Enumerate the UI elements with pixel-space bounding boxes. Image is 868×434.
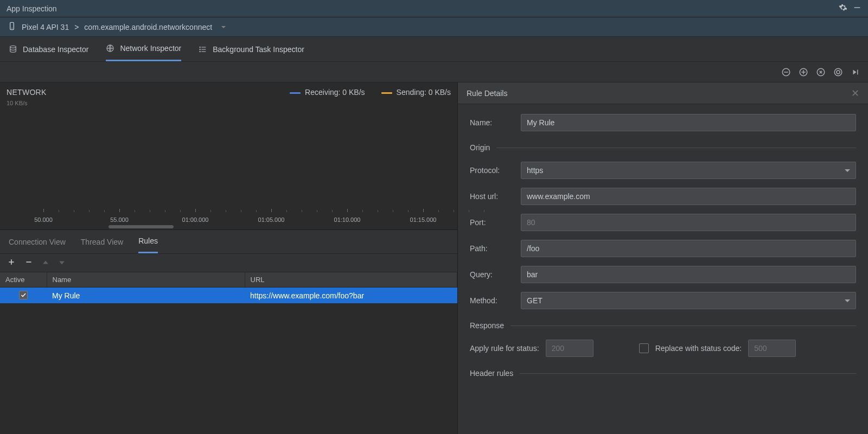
replace-status-label: Replace with status code: [655,344,742,353]
toolbar [0,62,868,82]
name-label: Name: [470,118,513,127]
protocol-select[interactable]: https [521,162,856,179]
protocol-label: Protocol: [470,166,513,175]
tab-database-inspector[interactable]: Database Inspector [9,37,88,61]
tick-label: 01:15.000 [410,216,437,223]
name-input[interactable] [521,114,856,131]
bottom-tabs: Connection View Thread View Rules [0,230,457,254]
zoom-in-icon[interactable] [799,67,808,77]
host-input[interactable] [521,188,856,205]
chart-y-label: 10 KB/s [0,100,457,106]
move-up-button [42,259,49,267]
database-icon [9,45,17,54]
tick-label: 55.000 [110,216,129,223]
replace-status-checkbox[interactable] [639,343,649,353]
rule-details-title: Rule Details [467,89,507,98]
tick-label: 50.000 [34,216,53,223]
svg-point-18 [837,71,840,74]
panel-title: App Inspection [7,4,839,13]
chevron-down-icon [845,299,850,302]
chart-timeline[interactable]: 50.00055.00001:00.00001:05.00001:10.0000… [0,201,457,229]
tick-label: 01:10.000 [334,216,361,223]
tab-label: Network Inspector [120,44,181,53]
apply-status-input[interactable] [546,340,593,357]
row-name: My Rule [47,288,245,304]
query-label: Query: [470,270,513,279]
rules-toolbar [0,254,457,272]
chevron-down-icon [845,169,850,172]
col-active[interactable]: Active [0,272,47,288]
close-icon[interactable]: ✕ [851,87,859,99]
active-checkbox[interactable] [19,291,28,299]
tab-label: Database Inspector [23,45,88,54]
chart-title: NETWORK [7,88,47,97]
header-rules-section-label: Header rules [470,369,513,378]
fit-zoom-icon[interactable] [833,67,843,77]
titlebar: App Inspection [0,0,868,17]
svg-rect-1 [10,22,14,29]
path-input[interactable] [521,240,856,257]
svg-point-10 [200,51,200,52]
method-select[interactable]: GET [521,292,856,309]
tab-background-task-inspector[interactable]: Background Task Inspector [199,37,304,61]
svg-point-3 [10,46,16,48]
go-to-end-icon[interactable] [851,67,860,77]
list-icon [199,45,207,54]
host-label: Host url: [470,192,513,201]
tick-label: 01:00.000 [182,216,209,223]
chart-legend: Receiving: 0 KB/s Sending: 0 KB/s [290,88,451,97]
svg-rect-19 [857,69,858,74]
rule-details-panel: Rule Details ✕ Name: Origin Protocol: ht… [458,82,868,434]
breadcrumb-app: com.example.android.networkconnect [84,23,212,31]
response-section-label: Response [470,321,504,330]
tab-thread-view[interactable]: Thread View [81,230,123,253]
reset-zoom-icon[interactable] [816,67,826,77]
port-input[interactable] [521,214,856,231]
rules-table: Active Name URL My Rule https://www.exa [0,272,457,434]
origin-section-label: Origin [470,143,490,152]
tab-rules[interactable]: Rules [138,230,158,253]
apply-status-label: Apply rule for status: [470,344,539,353]
breadcrumb-dropdown-icon[interactable] [221,23,226,31]
col-url[interactable]: URL [245,272,457,288]
add-rule-button[interactable] [8,258,15,267]
zoom-out-icon[interactable] [781,67,791,77]
tab-connection-view[interactable]: Connection View [9,230,66,253]
tab-label: Background Task Inspector [213,45,304,54]
table-row[interactable]: My Rule https://www.example.com/foo?bar [0,288,457,304]
timeline-scrollbar[interactable] [108,225,174,228]
left-pane: NETWORK Receiving: 0 KB/s Sending: 0 KB/… [0,82,458,434]
gear-icon[interactable] [839,3,847,14]
breadcrumb-device: Pixel 4 API 31 [22,23,69,31]
legend-sending: Sending: 0 KB/s [381,88,451,97]
legend-receiving: Receiving: 0 KB/s [290,88,365,97]
col-name[interactable]: Name [47,272,245,288]
remove-rule-button[interactable] [25,258,33,267]
move-down-button [59,259,65,267]
svg-point-8 [200,47,200,47]
breadcrumb-sep: > [74,23,79,31]
port-label: Port: [470,218,513,227]
tab-network-inspector[interactable]: Network Inspector [106,37,181,61]
network-chart: NETWORK Receiving: 0 KB/s Sending: 0 KB/… [0,82,457,230]
replace-status-input[interactable] [748,340,796,357]
row-url: https://www.example.com/foo?bar [245,288,457,304]
globe-icon [106,44,114,53]
svg-point-17 [834,68,842,76]
minimize-icon[interactable] [853,3,861,14]
tick-label: 01:05.000 [258,216,285,223]
device-icon [8,22,16,32]
svg-point-9 [200,49,200,49]
inspector-tabs: Database Inspector Network Inspector Bac… [0,37,868,62]
query-input[interactable] [521,266,856,283]
method-label: Method: [470,296,513,305]
path-label: Path: [470,244,513,253]
breadcrumb[interactable]: Pixel 4 API 31 > com.example.android.net… [0,17,868,37]
